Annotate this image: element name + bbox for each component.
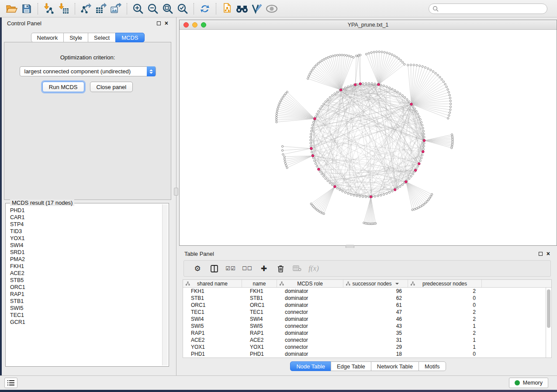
column-header-name[interactable]: name (242, 280, 277, 287)
mcds-result-box: MCDS result (17 nodes) PHD1CAR1STP4TID3Y… (5, 203, 169, 367)
mcds-result-item[interactable]: TEC1 (10, 312, 168, 319)
table-row[interactable]: SWI5SWI5connector431 (183, 323, 546, 330)
mcds-tab-content: Optimization criterion: largest connecte… (4, 42, 171, 200)
network-graph (180, 30, 557, 245)
node-table-body: FKH1FKH1dominator962STB1STB1dominator620… (183, 288, 546, 358)
run-mcds-button[interactable]: Run MCDS (42, 82, 84, 92)
main-toolbar (0, 0, 557, 17)
task-history-button[interactable] (4, 378, 17, 388)
table-row[interactable]: ORC1ORC1dominator610 (183, 302, 546, 309)
show-columns-icon[interactable] (206, 262, 222, 275)
close-panel-button[interactable]: Close panel (90, 82, 133, 92)
select-stepper-icon (147, 66, 156, 76)
column-type-icon (186, 282, 190, 286)
delete-column-icon[interactable] (272, 262, 289, 275)
memory-button[interactable]: Memory (509, 378, 548, 388)
table-scrollbar[interactable] (546, 288, 551, 358)
tab-style[interactable]: Style (63, 33, 88, 42)
table-row[interactable]: RAP1RAP1dominator352 (183, 330, 546, 337)
tab-node-table[interactable]: Node Table (290, 361, 331, 371)
mcds-result-item[interactable]: SWI5 (10, 305, 168, 312)
open-file-icon[interactable] (4, 2, 19, 15)
mcds-result-item[interactable]: SWI4 (10, 242, 168, 249)
deselect-all-rows-icon[interactable]: ☐☐ (239, 262, 256, 275)
optimization-criterion-select[interactable]: largest connected component (undirected) (20, 66, 156, 76)
mcds-result-item[interactable]: YOX1 (10, 235, 168, 242)
search-input[interactable] (441, 6, 543, 12)
search-field[interactable] (429, 3, 547, 14)
binoculars-icon[interactable] (235, 2, 249, 15)
toolbar-separator (194, 3, 194, 14)
tab-edge-table[interactable]: Edge Table (331, 361, 371, 371)
status-bar: Memory (0, 375, 557, 390)
mcds-result-item[interactable]: PMA2 (10, 256, 168, 263)
control-panel: Control Panel × Network Style Select MCD… (2, 17, 173, 375)
close-panel-icon[interactable]: × (165, 20, 168, 26)
table-settings-icon[interactable]: ⚙ (189, 262, 206, 275)
column-header-filler (482, 280, 551, 287)
mcds-result-item[interactable]: PHD1 (10, 207, 168, 214)
tab-network[interactable]: Network (31, 33, 64, 42)
export-network-icon[interactable] (79, 2, 93, 15)
mcds-result-item[interactable]: CAR1 (10, 214, 168, 221)
refresh-icon[interactable] (197, 2, 212, 15)
table-row[interactable]: FKH1FKH1dominator962 (183, 288, 546, 295)
zoom-fit-icon[interactable] (160, 2, 175, 15)
mcds-result-item[interactable]: STB5 (10, 277, 168, 284)
eye-icon[interactable] (264, 2, 279, 15)
network-window-title: YPA_prune.txt_1 (180, 22, 557, 28)
table-row[interactable]: ACE2ACE2connector311 (183, 337, 546, 344)
table-row[interactable]: SWI4SWI4dominator462 (183, 316, 546, 323)
select-all-rows-icon[interactable]: ☑☑ (222, 262, 239, 275)
scrollbar-thumb[interactable] (547, 289, 550, 328)
export-table-icon[interactable] (93, 2, 108, 15)
mcds-result-item[interactable]: GCR1 (10, 319, 168, 326)
export-image-icon[interactable] (108, 2, 123, 15)
network-window-titlebar[interactable]: YPA_prune.txt_1 (180, 20, 557, 30)
tab-network-table[interactable]: Network Table (371, 361, 419, 371)
mcds-result-scrollbar[interactable] (162, 204, 168, 365)
mcds-result-item[interactable]: ORC1 (10, 284, 168, 291)
column-header-shared-name[interactable]: shared name (183, 280, 242, 287)
column-header-predecessor-nodes[interactable]: predecessor nodes (408, 280, 482, 287)
network-canvas[interactable] (180, 30, 557, 245)
table-row[interactable]: STB1STB1dominator620 (183, 295, 546, 302)
float-panel-icon[interactable] (539, 252, 543, 256)
table-toolbar: ⚙ ☑☑ ☐☐ ✚ f(x) (183, 260, 551, 277)
control-panel-title: Control Panel (7, 20, 42, 27)
column-header-mcds-role[interactable]: MCDS role (277, 280, 343, 287)
vertical-splitter[interactable] (173, 17, 179, 375)
table-row[interactable]: YOX1YOX1connector291 (183, 344, 546, 351)
table-panel: Table Panel × ⚙ ☑☑ ☐☐ ✚ (179, 248, 557, 375)
new-network-from-selection-icon[interactable] (220, 2, 235, 15)
mcds-result-item[interactable]: STB1 (10, 298, 168, 305)
mcds-result-item[interactable]: FKH1 (10, 263, 168, 270)
mcds-result-item[interactable]: TID3 (10, 228, 168, 235)
node-table: shared name name MCDS role successor nod… (183, 279, 552, 358)
zoom-selected-icon[interactable] (175, 2, 190, 15)
table-row[interactable]: PHD1PHD1dominator180 (183, 351, 546, 358)
zoom-out-icon[interactable] (145, 2, 160, 15)
add-column-icon[interactable]: ✚ (256, 262, 272, 275)
tab-select[interactable]: Select (88, 33, 116, 42)
zoom-in-icon[interactable] (131, 2, 145, 15)
import-table-icon[interactable] (56, 2, 71, 15)
close-panel-icon[interactable]: × (547, 251, 550, 257)
mcds-result-item[interactable]: ACE2 (10, 270, 168, 277)
toolbar-separator (216, 3, 216, 14)
float-panel-icon[interactable] (157, 21, 161, 25)
mcds-result-item[interactable]: SRD1 (10, 249, 168, 256)
import-network-icon[interactable] (42, 2, 56, 15)
tab-mcds[interactable]: MCDS (115, 33, 144, 42)
mcds-result-item[interactable]: STP4 (10, 221, 168, 228)
mcds-result-item[interactable]: RAP1 (10, 291, 168, 298)
splitter-grip[interactable] (174, 188, 178, 196)
column-header-successor-nodes[interactable]: successor nodes (343, 280, 408, 287)
node-table-header: shared name name MCDS role successor nod… (183, 280, 551, 288)
vizmapper-icon[interactable] (249, 2, 264, 15)
tab-motifs[interactable]: Motifs (419, 361, 446, 371)
memory-status-icon (515, 380, 520, 385)
table-row[interactable]: TEC1TEC1connector472 (183, 309, 546, 316)
save-icon[interactable] (19, 2, 34, 15)
list-icon (7, 380, 14, 385)
